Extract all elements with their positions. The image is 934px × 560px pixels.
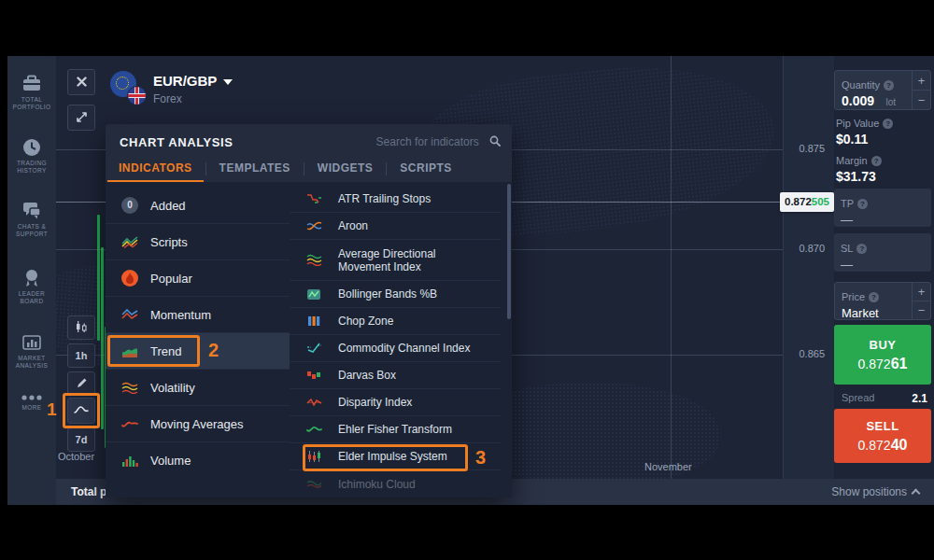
close-chart-button[interactable] [67,69,95,95]
panel-scrollbar[interactable] [507,184,511,319]
indicator-search[interactable]: Search for indicators [376,134,501,148]
indicator-bollinger-bands-b[interactable]: Bollinger Bands %B [290,281,501,308]
spread-row: Spread 2.1 [834,392,931,405]
momentum-icon [120,309,139,320]
category-added[interactable]: 0 Added [106,188,290,224]
search-placeholder: Search for indicators [376,135,479,148]
indicator-disparity-index[interactable]: Disparity Index [290,389,501,416]
axis-tick: 0.865 [799,348,825,359]
trade-panel: Quantity? 0.009 lot + − Pip Value? $0.11… [834,56,931,479]
tp-value[interactable]: — [841,213,931,227]
sell-button[interactable]: SELL 0.87240 [834,409,931,463]
category-moving-averages[interactable]: Moving Averages [106,406,290,442]
tab-widgets[interactable]: WIDGETS [304,156,387,182]
chevron-down-icon [223,79,233,85]
help-icon[interactable]: ? [857,199,868,209]
panel-tabs: INDICATORS TEMPLATES WIDGETS SCRIPTS [106,156,512,182]
take-profit-box[interactable]: TP? — [834,189,931,227]
help-icon[interactable]: ? [871,156,882,166]
category-volume[interactable]: Volume [106,442,290,479]
indicator-ichimoku-cloud[interactable]: Ichimoku Cloud [290,470,501,497]
indicators-button[interactable] [67,398,95,424]
sl-value[interactable]: — [841,258,931,272]
ichimoku-cloud-icon [304,479,323,489]
indicator-elder-impulse-system[interactable]: Elder Impulse System [290,443,501,470]
quantity-box[interactable]: Quantity? 0.009 lot + − [834,70,931,110]
ehler-fisher-icon [304,425,323,434]
quantity-decrease-button[interactable]: − [913,91,930,109]
candlestick-icon [75,320,88,335]
indicator-curve-icon [74,405,89,416]
category-trend[interactable]: Trend [106,333,290,370]
indicator-atr-trailing-stops[interactable]: ATR Trailing Stops [290,186,501,213]
spread-label: Spread [842,392,874,405]
indicator-ehler-fisher-transform[interactable]: Ehler Fisher Transform [290,416,501,443]
category-popular[interactable]: Popular [106,260,290,297]
buy-button[interactable]: BUY 0.87261 [834,325,931,385]
sidebar-item-total-portfolio[interactable]: TOTAL PORTFOLIO [7,75,56,111]
indicator-darvas-box[interactable]: Darvas Box [290,362,501,389]
category-volatility[interactable]: Volatility [106,370,290,406]
step-3-number: 3 [475,447,486,469]
sidebar-item-label: MARKET ANALYSIS [10,355,53,370]
search-icon[interactable] [489,135,501,149]
price-decrease-button[interactable]: − [913,301,930,319]
chart-type-button[interactable] [67,315,95,340]
aroon-icon [304,221,323,231]
help-icon[interactable]: ? [869,292,879,302]
help-icon[interactable]: ? [883,119,893,129]
indicator-categories: 0 Added Scripts Popular Momentum Trend [106,182,290,497]
pip-value: $0.11 [836,132,868,147]
left-sidebar: TOTAL PORTFOLIO TRADING HISTORY CHATS & … [7,56,56,505]
volume-icon [120,455,139,467]
tab-templates[interactable]: TEMPLATES [206,156,304,182]
tab-indicators[interactable]: INDICATORS [106,156,205,182]
collapse-chart-button[interactable] [67,105,95,131]
help-icon[interactable]: ? [856,244,867,254]
sidebar-item-label: TOTAL PORTFOLIO [10,96,53,111]
candlestick [97,215,100,341]
moving-averages-icon [120,419,139,428]
scripts-icon [120,236,139,248]
sidebar-item-trading-history[interactable]: TRADING HISTORY [7,138,56,175]
clock-icon [7,138,56,157]
category-scripts[interactable]: Scripts [106,224,290,260]
step-1-number: 1 [47,399,57,420]
show-positions-toggle[interactable]: Show positions [831,485,919,498]
range-button[interactable]: 7d [67,427,95,452]
sidebar-item-leader-board[interactable]: LEADER BOARD [7,269,56,305]
draw-tool-button[interactable] [67,371,95,396]
category-momentum[interactable]: Momentum [106,297,290,333]
sidebar-item-market-analysis[interactable]: MARKET ANALYSIS [7,333,56,370]
price-increase-button[interactable]: + [913,283,930,301]
sl-label: SL [841,243,853,254]
price-axis[interactable]: 0.875 0.870 0.865 0.872505 [783,56,834,479]
current-price-badge: 0.872505 [780,192,834,212]
sidebar-item-label: CHATS & SUPPORT [10,223,53,238]
quantity-value[interactable]: 0.009 [842,93,874,108]
gridline [671,56,672,479]
margin-label: Margin? [836,155,882,166]
timeframe-button[interactable]: 1h [67,343,95,368]
stop-loss-box[interactable]: SL? — [834,233,931,272]
indicator-average-directional-movement-index[interactable]: Average Directional Movement Index [290,240,501,281]
axis-tick: 0.875 [799,143,825,154]
chart-month-label-left: October [58,451,94,462]
trend-icon [120,345,139,357]
panel-header: CHART ANALYSIS Search for indicators IND… [106,124,512,182]
volatility-icon [120,382,139,394]
quantity-increase-button[interactable]: + [913,71,930,91]
asset-name[interactable]: EUR/GBP [153,73,233,89]
help-icon[interactable]: ? [884,80,894,91]
price-box[interactable]: Price? Market + − [834,282,931,320]
sidebar-item-chats-support[interactable]: CHATS & SUPPORT [7,202,56,238]
indicator-aroon[interactable]: Aroon [290,213,501,240]
tab-scripts[interactable]: SCRIPTS [387,156,465,182]
indicator-commodity-channel-index[interactable]: Commodity Channel Index [290,335,501,362]
cci-icon [304,343,323,354]
indicator-chop-zone[interactable]: Chop Zone [290,308,501,335]
disparity-index-icon [304,398,323,408]
chart-month-label: November [644,461,692,472]
quantity-unit: lot [886,97,897,107]
bar-chart-icon [7,333,56,352]
